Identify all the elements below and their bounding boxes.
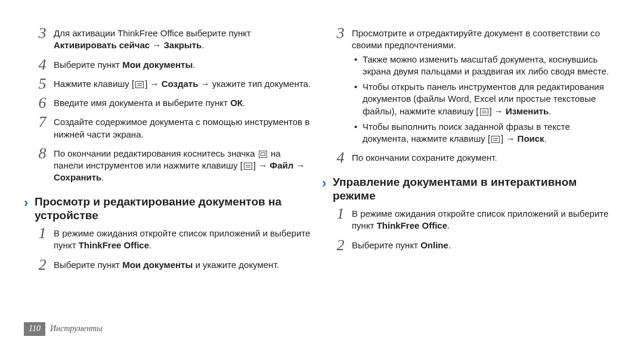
text: Введите имя документа и выберите пункт [54, 98, 230, 108]
text: . [243, 98, 245, 108]
text: → [293, 160, 305, 170]
step-number: 3 [333, 23, 348, 43]
document-page: 3Для активации ThinkFree Office выберите… [0, 0, 644, 349]
right-subheading-text: Управление документами в интерактивном р… [333, 176, 577, 202]
step-number: 4 [35, 54, 50, 75]
menu-icon [244, 163, 252, 170]
menu-icon [135, 81, 144, 88]
text: По окончании редактирования коснитесь зн… [54, 148, 258, 158]
text: . [448, 240, 451, 250]
step-number: 5 [35, 73, 50, 94]
step-number: 3 [35, 23, 50, 43]
bullet-item: Также можно изменить масштаб документа, … [352, 54, 609, 78]
bold-text: Мои документы [122, 60, 193, 70]
step-body: По окончании редактирования коснитесь зн… [54, 148, 311, 184]
text: . [544, 133, 547, 144]
text: Для активации ThinkFree Office выберите … [54, 28, 251, 38]
text: → [150, 40, 163, 50]
bold-text: Сохранить [54, 172, 101, 182]
right-step-4: 4По окончании сохраните документ. [333, 152, 609, 164]
step-number: 8 [35, 143, 50, 164]
text: По окончании сохраните документ. [352, 152, 497, 163]
step: 7Создайте содержимое документа с помощью… [35, 116, 311, 141]
step-intro: Просмотрите и отредактируйте документ в … [352, 28, 600, 50]
bold-text: Online [420, 240, 448, 250]
text: Выберите пункт [54, 260, 122, 270]
text: ] → [501, 133, 518, 144]
text: Создайте содержимое документа с помощью … [54, 117, 309, 139]
bold-text: Активировать сейчас [54, 40, 150, 50]
step: 2Выберите пункт Мои документы и укажите … [35, 259, 311, 271]
text: . [447, 220, 450, 230]
step-body: Выберите пункт Мои документы и укажите д… [54, 259, 311, 271]
step-body: Нажмите клавишу [] → Создать → укажите т… [54, 78, 311, 90]
bold-text: Изменить [506, 106, 549, 116]
left-steps-2: 1В режиме ожидания откройте список прило… [35, 228, 311, 271]
text: . [193, 60, 195, 70]
step: 6Введите имя документа и выберите пункт … [35, 97, 311, 109]
right-subheading: › Управление документами в интерактивном… [333, 175, 609, 204]
chevron-icon: › [322, 175, 326, 192]
step-body: В режиме ожидания откройте список прилож… [352, 208, 609, 232]
save-icon [259, 151, 267, 158]
left-subheading-text: Просмотр и редактирование документов на … [35, 195, 281, 222]
page-number: 110 [24, 322, 45, 336]
bold-text: ThinkFree Office [79, 240, 149, 250]
step-number: 1 [333, 203, 348, 224]
step: 8По окончании редактирования коснитесь з… [35, 148, 311, 184]
right-steps-2: 1В режиме ожидания откройте список прило… [333, 208, 609, 251]
step-body: Введите имя документа и выберите пункт О… [54, 97, 311, 109]
step: 5Нажмите клавишу [] → Создать → укажите … [35, 78, 311, 90]
step: 4Выберите пункт Мои документы. [35, 59, 311, 71]
text: ] → [490, 106, 506, 116]
bold-text: Файл [270, 160, 293, 170]
step-body: По окончании сохраните документ. [352, 152, 609, 164]
left-subheading: › Просмотр и редактирование документов н… [35, 195, 311, 223]
text: Также можно изменить масштаб документа, … [363, 54, 609, 76]
step-body: Для активации ThinkFree Office выберите … [54, 27, 311, 52]
step-body: Выберите пункт Online. [352, 239, 609, 251]
step-number: 2 [35, 254, 50, 275]
right-step-3: 3 Просмотрите и отредактируйте документ … [333, 27, 609, 145]
step: 3Для активации ThinkFree Office выберите… [35, 27, 311, 52]
section-name: Инструменты [50, 323, 103, 335]
bold-text: Мои документы [122, 260, 193, 270]
text: . [149, 240, 151, 250]
text: Нажмите клавишу [ [54, 79, 134, 89]
text: . [101, 172, 104, 182]
bold-text: Закрыть [163, 40, 202, 50]
page-footer: 110 Инструменты [24, 322, 103, 336]
step: 2Выберите пункт Online. [333, 239, 609, 251]
step-number: 6 [35, 92, 50, 113]
text: . [549, 106, 551, 116]
menu-icon [480, 108, 488, 116]
menu-icon [491, 136, 500, 143]
right-column: 3 Просмотрите и отредактируйте документ … [322, 27, 620, 349]
step-number: 2 [333, 235, 348, 255]
step-body: Просмотрите и отредактируйте документ в … [352, 27, 609, 145]
step-body: Создайте содержимое документа с помощью … [54, 116, 311, 141]
text: ] → [145, 79, 162, 89]
step-number: 4 [333, 147, 348, 168]
left-column: 3Для активации ThinkFree Office выберите… [24, 27, 322, 349]
chevron-icon: › [24, 195, 28, 211]
bullet-item: Чтобы открыть панель инструментов для ре… [352, 81, 609, 117]
step: 1В режиме ожидания откройте список прило… [35, 228, 311, 252]
step-body: В режиме ожидания откройте список прилож… [54, 228, 311, 252]
step-number: 1 [35, 223, 50, 244]
left-steps-1: 3Для активации ThinkFree Office выберите… [35, 27, 311, 184]
bold-text: ОК [230, 98, 243, 108]
bold-text: Создать [162, 79, 199, 89]
text: и укажите документ. [193, 260, 279, 270]
bold-text: Поиск [518, 133, 544, 144]
bullet-list: Также можно изменить масштаб документа, … [352, 54, 609, 145]
bullet-item: Чтобы выполнить поиск заданной фразы в т… [352, 121, 609, 145]
text: Выберите пункт [352, 240, 420, 250]
text: ] → [253, 160, 270, 170]
step-number: 7 [35, 111, 50, 132]
text: Выберите пункт [54, 60, 122, 70]
text: → укажите тип документа. [198, 79, 311, 89]
text: . [202, 40, 204, 50]
step: 1В режиме ожидания откройте список прило… [333, 208, 609, 232]
step-body: Выберите пункт Мои документы. [54, 59, 311, 71]
